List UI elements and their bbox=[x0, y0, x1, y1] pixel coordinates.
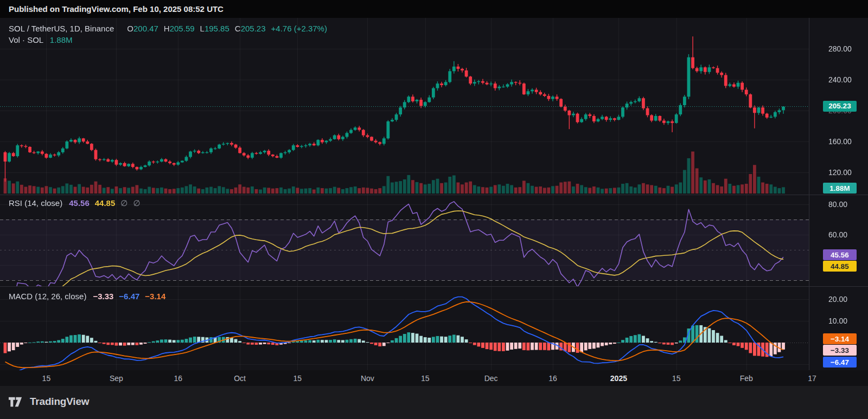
macd-line-badge: −6.47 bbox=[823, 357, 857, 368]
rsi-legend-row[interactable]: RSI (14, close)45.5644.85∅∅ bbox=[9, 198, 140, 208]
time-tick-2-16: 16 bbox=[174, 374, 182, 383]
time-tick-0-15: 15 bbox=[42, 374, 51, 383]
tradingview-brand-link[interactable]: TradingView bbox=[9, 396, 89, 408]
volume-label: Vol · SOL bbox=[9, 35, 43, 44]
time-tick-10-15: 15 bbox=[672, 374, 681, 383]
macd-legend-row[interactable]: MACD (12, 26, close)−3.33−6.47−3.14 bbox=[9, 292, 165, 301]
time-tick-12-17: 17 bbox=[808, 374, 816, 383]
macd-hist-badge: −3.33 bbox=[823, 345, 857, 356]
time-tick-8-16: 16 bbox=[548, 374, 557, 383]
time-tick-6-15: 15 bbox=[421, 374, 430, 383]
symbol-title[interactable]: SOL / TetherUS, 1D, Binance bbox=[9, 24, 114, 33]
last-price-badge: 205.23 bbox=[823, 101, 857, 112]
time-tick-1-Sep: Sep bbox=[110, 374, 123, 383]
open-key: O bbox=[127, 24, 133, 33]
rsi-tick-60: 60.00 bbox=[828, 230, 847, 239]
volume-value: 1.88M bbox=[50, 35, 73, 44]
rsi-ma-value: 44.85 bbox=[95, 198, 116, 208]
price-tick-280: 280.00 bbox=[828, 44, 852, 53]
time-tick-3-Oct: Oct bbox=[234, 374, 246, 383]
rsi-label: RSI (14, close) bbox=[9, 198, 62, 208]
high-value: 205.59 bbox=[170, 24, 195, 33]
time-scale[interactable]: 15Sep16Oct15Nov15Dec16202515Feb17 bbox=[0, 370, 868, 386]
time-tick-5-Nov: Nov bbox=[361, 374, 374, 383]
price-tick-120: 120.00 bbox=[828, 168, 852, 177]
macd-hist-value: −3.33 bbox=[93, 292, 113, 301]
chart-canvas[interactable] bbox=[0, 0, 868, 419]
published-text: Published on TradingView.com, Feb 10, 20… bbox=[9, 4, 224, 14]
tradingview-published-chart: Published on TradingView.com, Feb 10, 20… bbox=[0, 0, 868, 419]
low-value: 195.85 bbox=[205, 24, 229, 33]
rsi-ma-value-badge: 44.85 bbox=[823, 261, 857, 272]
published-bar: Published on TradingView.com, Feb 10, 20… bbox=[0, 0, 868, 18]
rsi-value: 45.56 bbox=[69, 198, 90, 208]
time-tick-7-Dec: Dec bbox=[484, 374, 498, 383]
macd-signal-value: −3.14 bbox=[145, 292, 165, 301]
time-tick-11-Feb: Feb bbox=[740, 374, 753, 383]
change-value: +4.76 (+2.37%) bbox=[271, 24, 327, 33]
rsi-value-badge: 45.56 bbox=[823, 249, 857, 260]
macd-tick-10: 10.00 bbox=[828, 317, 847, 325]
macd-label: MACD (12, 26, close) bbox=[9, 292, 86, 301]
price-tick-160: 160.00 bbox=[828, 137, 852, 146]
rsi-tick-80: 80.00 bbox=[828, 200, 847, 209]
price-tick-240: 240.00 bbox=[828, 75, 852, 84]
open-value: 200.47 bbox=[133, 24, 158, 33]
rsi-empty-marker-2: ∅ bbox=[133, 198, 140, 208]
time-tick-4-15: 15 bbox=[293, 374, 302, 383]
volume-badge: 1.88M bbox=[823, 183, 857, 194]
high-key: H bbox=[164, 24, 170, 33]
close-key: C bbox=[235, 24, 241, 33]
tradingview-brand-text: TradingView bbox=[30, 396, 89, 408]
rsi-empty-marker-1: ∅ bbox=[120, 198, 127, 208]
footer-bar: TradingView bbox=[0, 386, 868, 419]
low-key: L bbox=[200, 24, 205, 33]
tradingview-logo-icon bbox=[9, 396, 25, 408]
close-value: 205.23 bbox=[241, 24, 266, 33]
macd-line-value: −6.47 bbox=[119, 292, 139, 301]
time-tick-9-2025: 2025 bbox=[610, 374, 627, 383]
symbol-legend-row[interactable]: SOL / TetherUS, 1D, BinanceO200.47H205.5… bbox=[9, 24, 327, 33]
macd-signal-badge: −3.14 bbox=[823, 333, 857, 344]
macd-tick-20: 20.00 bbox=[828, 295, 847, 304]
volume-legend-row[interactable]: Vol · SOL 1.88M bbox=[9, 35, 73, 44]
